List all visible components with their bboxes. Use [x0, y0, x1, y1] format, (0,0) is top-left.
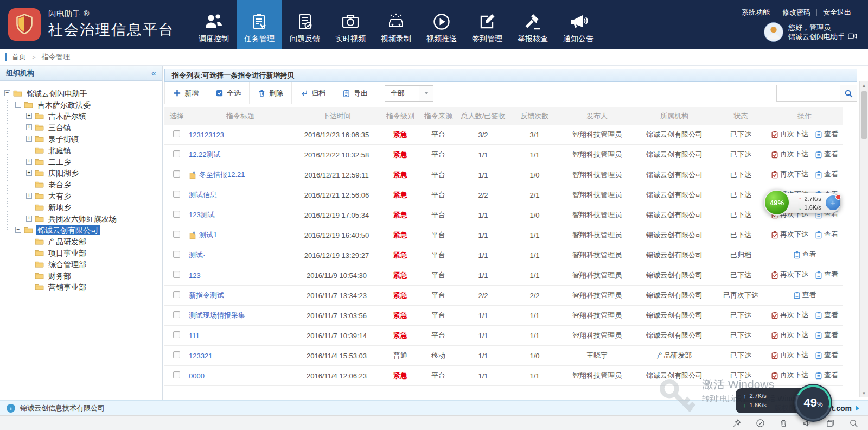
view-button[interactable]: 查看 — [815, 129, 838, 139]
trash2-icon[interactable] — [779, 419, 788, 428]
row-checkbox[interactable] — [173, 331, 180, 338]
tree-node[interactable]: 财务部 — [0, 270, 162, 281]
annotate-icon[interactable] — [756, 419, 765, 428]
pin-icon[interactable] — [732, 419, 742, 428]
resend-button[interactable]: 再次下达 — [771, 169, 808, 179]
resend-button[interactable]: 再次下达 — [771, 310, 808, 320]
scroll-up-icon[interactable]: ▲ — [862, 81, 866, 90]
command-title-link[interactable]: 123123123 — [189, 131, 224, 139]
row-checkbox[interactable] — [173, 211, 180, 218]
expand-node-icon[interactable]: + — [26, 193, 32, 199]
view-button[interactable]: 查看 — [815, 230, 838, 239]
resend-button[interactable]: 再次下达 — [771, 350, 808, 360]
tree-node[interactable]: +兵团农六师红旗农场 — [0, 213, 162, 224]
row-checkbox[interactable] — [173, 130, 180, 137]
row-checkbox[interactable] — [173, 351, 180, 358]
expand-node-icon[interactable]: + — [26, 159, 32, 165]
collapse-node-icon[interactable]: − — [15, 227, 21, 233]
expand-node-icon[interactable]: + — [26, 216, 32, 222]
nav-item-实时视频[interactable]: 实时视频 — [328, 0, 373, 49]
collapse-sidebar-button[interactable]: « — [151, 68, 156, 78]
row-checkbox[interactable] — [173, 271, 180, 278]
tree-node[interactable]: +庆阳湖乡 — [0, 167, 162, 179]
row-checkbox[interactable] — [173, 191, 180, 198]
nav-item-签到管理[interactable]: 签到管理 — [464, 0, 510, 49]
command-title-link[interactable]: 测试· — [189, 250, 205, 260]
resend-button[interactable]: 再次下达 — [771, 129, 808, 139]
user-box[interactable]: 您好，管理员 锦诚云创闪电助手 — [764, 22, 857, 42]
row-checkbox[interactable] — [173, 291, 180, 298]
row-checkbox[interactable] — [173, 150, 180, 157]
command-title-link[interactable]: 冬至情报12.21 — [199, 170, 245, 180]
view-button[interactable]: 查看 — [815, 310, 838, 320]
新增-button[interactable]: 新增 — [164, 82, 207, 104]
corner-percent-ball[interactable]: 49 % — [794, 384, 832, 422]
resend-button[interactable]: 再次下达 — [771, 330, 808, 340]
command-title-link[interactable]: 0000 — [189, 372, 205, 380]
speed-ball[interactable]: 49% — [764, 189, 790, 216]
table-scrollbar[interactable]: ▲ ▼ — [859, 81, 868, 397]
scrollbar-thumb[interactable] — [861, 91, 867, 139]
command-title-link[interactable]: 新指令测试 — [189, 290, 224, 300]
command-title-link[interactable]: 测试1 — [199, 230, 217, 240]
nav-item-通知公告[interactable]: 通知公告 — [556, 0, 601, 49]
search-input[interactable] — [776, 85, 840, 102]
tree-node[interactable]: 营销事业部 — [0, 281, 162, 293]
row-checkbox[interactable] — [173, 371, 180, 378]
nav-item-视频推送[interactable]: 视频推送 — [419, 0, 464, 49]
expand-node-icon[interactable]: + — [26, 170, 32, 176]
tree-node[interactable]: 产品研发部 — [0, 236, 162, 247]
tree-node[interactable]: +二工乡 — [0, 156, 162, 167]
row-checkbox[interactable] — [173, 251, 180, 258]
view-button[interactable]: 查看 — [815, 350, 838, 360]
command-title-link[interactable]: 123 — [189, 271, 201, 280]
tree-node[interactable]: +吉木萨尔镇 — [0, 110, 162, 122]
collapse-node-icon[interactable]: − — [15, 102, 21, 108]
breadcrumb-home[interactable]: 首页 — [12, 52, 26, 62]
resend-button[interactable]: 再次下达 — [771, 230, 808, 239]
expand-node-icon[interactable]: + — [26, 124, 32, 130]
tree-node[interactable]: 新地乡 — [0, 201, 162, 213]
tree-node[interactable]: −吉木萨尔政法委 — [0, 99, 162, 110]
view-button[interactable]: 查看 — [793, 250, 816, 260]
删除-button[interactable]: 删除 — [250, 82, 292, 104]
search-button[interactable] — [840, 85, 857, 102]
view-button[interactable]: 查看 — [815, 270, 838, 280]
tree-node[interactable]: −锦诚云创有限公司 — [0, 224, 162, 236]
filter-dropdown[interactable]: 全部 — [385, 85, 433, 102]
view-button[interactable]: 查看 — [815, 330, 838, 340]
nav-item-举报核查[interactable]: 举报核查 — [510, 0, 556, 49]
row-checkbox[interactable] — [173, 231, 180, 238]
top-link-修改密码[interactable]: 修改密码 — [776, 9, 816, 16]
nav-item-视频录制[interactable]: 视频录制 — [373, 0, 419, 49]
导出-button[interactable]: 导出 — [334, 82, 376, 104]
view-button[interactable]: 查看 — [793, 290, 816, 300]
view-button[interactable]: 查看 — [815, 370, 838, 380]
command-title-link[interactable]: 123测试 — [189, 210, 215, 220]
tree-node[interactable]: −锦诚云创闪电助手 — [0, 87, 162, 99]
command-title-link[interactable]: 111 — [189, 332, 200, 340]
scroll-down-icon[interactable]: ▼ — [862, 389, 866, 397]
tree-node[interactable]: +三台镇 — [0, 122, 162, 133]
view-button[interactable]: 查看 — [815, 149, 838, 159]
row-checkbox[interactable] — [173, 170, 180, 178]
nav-item-任务管理[interactable]: 任务管理 — [237, 0, 282, 49]
view-button[interactable]: 查看 — [815, 169, 838, 179]
tree-node[interactable]: 综合管理部 — [0, 258, 162, 270]
归档-button[interactable]: 归档 — [292, 82, 334, 104]
tree-node[interactable]: 项目事业部 — [0, 247, 162, 258]
expand-node-icon[interactable]: + — [26, 113, 32, 119]
resend-button[interactable]: 再次下达 — [771, 370, 808, 380]
add-button[interactable]: + — [826, 195, 840, 210]
resend-button[interactable]: 再次下达 — [771, 149, 808, 159]
row-checkbox[interactable] — [173, 311, 180, 318]
command-title-link[interactable]: 123321 — [189, 352, 212, 360]
command-title-link[interactable]: 测试信息 — [189, 190, 217, 200]
collapse-node-icon[interactable]: − — [4, 90, 10, 96]
network-speed-widget[interactable]: 49% ↑2.7K/s ↓1.6K/s + — [764, 189, 843, 218]
top-link-系统功能[interactable]: 系统功能 — [736, 9, 776, 16]
tree-node[interactable]: +大有乡 — [0, 190, 162, 201]
command-title-link[interactable]: 12.22测试 — [189, 150, 221, 160]
top-link-安全退出[interactable]: 安全退出 — [816, 9, 857, 16]
search2-icon[interactable] — [849, 419, 858, 428]
